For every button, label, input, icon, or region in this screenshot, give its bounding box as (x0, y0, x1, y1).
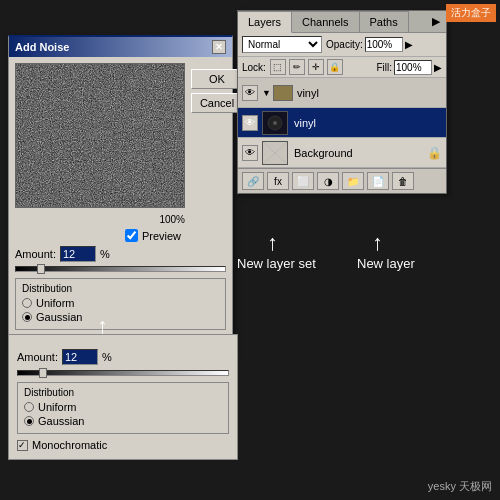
zoom-distribution-legend: Distribution (24, 387, 222, 398)
bg-thumb-svg (263, 142, 287, 164)
lock-transparent-button[interactable]: ⬚ (270, 59, 286, 75)
zoom-slider-thumb[interactable] (39, 368, 47, 378)
distribution-legend: Distribution (22, 283, 219, 294)
percent-label: % (100, 248, 110, 260)
watermark-top: 活力盒子 (446, 4, 496, 22)
uniform-label: Uniform (36, 297, 75, 309)
zoom-amount-label: Amount: (17, 351, 58, 363)
gaussian-radio-row: Gaussian (22, 311, 219, 323)
opacity-label: Opacity: (326, 39, 363, 50)
new-layer-arrow: ↑ (372, 230, 383, 256)
blend-opacity-row: Normal Opacity: ▶ (238, 33, 446, 57)
noise-preview (16, 64, 184, 207)
lock-label: Lock: (242, 62, 266, 73)
delete-layer-button[interactable]: 🗑 (392, 172, 414, 190)
arrows-area: ↑ New layer set ↑ New layer (237, 230, 447, 290)
zoom-monochromatic-checkbox[interactable] (17, 440, 28, 451)
layer-item-background[interactable]: 👁 Background 🔒 (238, 138, 446, 168)
eye-icon-background[interactable]: 👁 (242, 145, 258, 161)
slider-thumb[interactable] (37, 264, 45, 274)
zoom-gaussian-radio[interactable] (24, 416, 34, 426)
zoom-gaussian-label: Gaussian (38, 415, 84, 427)
zoom-gaussian-row: Gaussian (24, 415, 222, 427)
opacity-input[interactable] (365, 37, 403, 52)
preview-canvas (15, 63, 185, 208)
lock-fill-row: Lock: ⬚ ✏ ✛ 🔒 Fill: ▶ (238, 57, 446, 78)
gaussian-radio[interactable] (22, 312, 32, 322)
zoom-uniform-radio[interactable] (24, 402, 34, 412)
fill-arrow[interactable]: ▶ (434, 62, 442, 73)
zoom-uniform-row: Uniform (24, 401, 222, 413)
layer-thumb-background (262, 141, 288, 165)
eye-icon-vinyl-group[interactable]: 👁 (242, 85, 258, 101)
lock-paint-button[interactable]: ✏ (289, 59, 305, 75)
blend-mode-select[interactable]: Normal (242, 36, 322, 53)
mask-button[interactable]: ⬜ (292, 172, 314, 190)
new-layer-label: New layer (357, 256, 415, 271)
watermark-bottom: yesky 天极网 (428, 479, 492, 494)
layer-folder-icon (273, 85, 293, 101)
amount-input[interactable] (60, 246, 96, 262)
lock-move-button[interactable]: ✛ (308, 59, 324, 75)
amount-label: Amount: (15, 248, 56, 260)
gaussian-label: Gaussian (36, 311, 82, 323)
add-noise-dialog: Add Noise ✕ 100% Preview (8, 35, 233, 355)
zoomed-dialog: ↑ Amount: % Distribution Uniform Gaussia… (8, 334, 238, 460)
zoom-mono-row: Monochromatic (17, 439, 229, 451)
tabs-row: Layers Channels Paths ▶ (238, 11, 446, 33)
opacity-part: Opacity: ▶ (326, 37, 413, 52)
zoom-uniform-label: Uniform (38, 401, 77, 413)
zoom-monochromatic-label: Monochromatic (32, 439, 107, 451)
opacity-arrow[interactable]: ▶ (405, 39, 413, 50)
panel-bottom: 🔗 fx ⬜ ◑ 📁 📄 🗑 (238, 168, 446, 193)
ok-button[interactable]: OK (191, 69, 243, 89)
zoom-distribution-group: Distribution Uniform Gaussian (17, 382, 229, 434)
adjustment-button[interactable]: ◑ (317, 172, 339, 190)
fx-button[interactable]: fx (267, 172, 289, 190)
preview-checkbox[interactable] (125, 229, 138, 242)
uniform-radio-row: Uniform (22, 297, 219, 309)
folder-triangle[interactable]: ▼ (262, 88, 271, 98)
zoom-level: 100% (159, 214, 185, 225)
new-layer-set-arrow: ↑ (267, 230, 278, 256)
zoom-slider[interactable] (17, 370, 229, 376)
layer-item-vinyl[interactable]: 👁 vinyl (238, 108, 446, 138)
layer-name-background: Background (294, 147, 423, 159)
fill-input[interactable] (394, 60, 432, 75)
lock-all-button[interactable]: 🔒 (327, 59, 343, 75)
tab-paths[interactable]: Paths (360, 11, 409, 32)
zoom-amount-input[interactable] (62, 349, 98, 365)
lock-icons: ⬚ ✏ ✛ 🔒 (270, 59, 343, 75)
link-layers-button[interactable]: 🔗 (242, 172, 264, 190)
preview-row: Preview (15, 229, 185, 242)
vinyl-thumb-svg (263, 112, 287, 134)
preview-label: Preview (142, 230, 181, 242)
group-button[interactable]: 📁 (342, 172, 364, 190)
fill-part: Fill: ▶ (376, 60, 442, 75)
layer-thumb-vinyl (262, 111, 288, 135)
distribution-group: Distribution Uniform Gaussian (15, 278, 226, 330)
dialog-body: 100% Preview OK Cancel Amount: % (9, 57, 232, 354)
svg-point-2 (273, 121, 277, 125)
layer-name-vinyl-group: vinyl (297, 87, 442, 99)
cancel-button[interactable]: Cancel (191, 93, 243, 113)
zoom-arrow: ↑ (97, 313, 108, 339)
background-lock-icon: 🔒 (427, 146, 442, 160)
new-layer-button[interactable]: 📄 (367, 172, 389, 190)
dialog-close-button[interactable]: ✕ (212, 40, 226, 54)
zoom-percent-label: % (102, 351, 112, 363)
uniform-radio[interactable] (22, 298, 32, 308)
layer-item-vinyl-group[interactable]: 👁 ▼ vinyl (238, 78, 446, 108)
layer-name-vinyl: vinyl (294, 117, 442, 129)
dialog-title: Add Noise (15, 41, 69, 53)
panel-menu-button[interactable]: ▶ (426, 11, 446, 32)
tab-layers[interactable]: Layers (238, 11, 292, 33)
amount-slider[interactable] (15, 266, 226, 272)
zoom-amount-row: Amount: % (17, 349, 229, 365)
fill-label: Fill: (376, 62, 392, 73)
eye-icon-vinyl[interactable]: 👁 (242, 115, 258, 131)
tab-channels[interactable]: Channels (292, 11, 359, 32)
layers-panel: Layers Channels Paths ▶ Normal Opacity: … (237, 10, 447, 194)
amount-row: Amount: % (15, 246, 226, 262)
dialog-titlebar: Add Noise ✕ (9, 37, 232, 57)
